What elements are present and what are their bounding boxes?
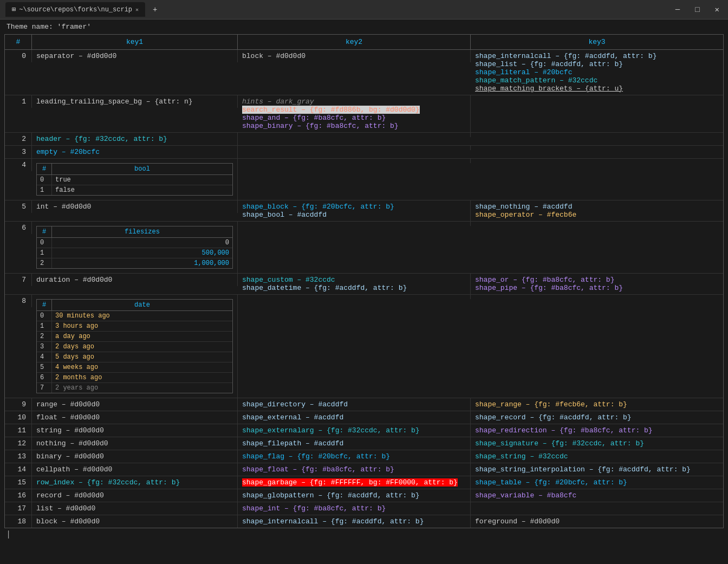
- file-val-500k: 500,000: [52, 248, 232, 258]
- table-row: 15 row_index – {fg: #32ccdc, attr: b} sh…: [5, 476, 723, 489]
- maximize-button[interactable]: □: [692, 4, 703, 15]
- row-17-key2: shape_int – {fg: #ba8cfc, attr: b}: [238, 502, 471, 515]
- text: shape_pipe – {fg: #ba8cfc, attr: b}: [475, 284, 623, 292]
- text: shape_operator – #fecb6e: [475, 211, 576, 219]
- new-tab-button[interactable]: +: [150, 4, 160, 15]
- text: row_index – {fg: #32ccdc, attr: b}: [36, 478, 180, 487]
- table-row: 7 duration – #d0d0d0 shape_custom – #32c…: [5, 274, 723, 295]
- row-10-key3: shape_record – {fg: #acddfd, attr: b}: [471, 411, 723, 424]
- date-idx-1: 1: [37, 321, 52, 331]
- text: shape_string – #32ccdc: [475, 452, 568, 461]
- table-row: 9 range – #d0d0d0 shape_directory – #acd…: [5, 398, 723, 411]
- tab-close-button[interactable]: ✕: [135, 7, 139, 13]
- table-row: 6 # filesizes 0 0 1 500,000 2 1,000,000: [5, 222, 723, 274]
- bool-table: # bool 0 true 1 false: [36, 163, 233, 196]
- date-table-header: # date: [37, 300, 232, 311]
- row-3-key2: [238, 146, 471, 150]
- file-col-filesizes: filesizes: [52, 226, 232, 237]
- row-18-key2: shape_internalcall – {fg: #acddfd, attr:…: [238, 515, 471, 528]
- date-val-4: 5 days ago: [52, 352, 232, 362]
- date-row-3: 3 2 days ago: [37, 342, 232, 352]
- window-controls: ─ □ ✕: [672, 4, 723, 15]
- date-val-5: 4 weeks ago: [52, 362, 232, 372]
- date-idx-0: 0: [37, 311, 52, 321]
- row-1-key3: [471, 95, 723, 100]
- row-13-key3: shape_string – #32ccdc: [471, 450, 723, 463]
- text: shape_int – {fg: #ba8cfc, attr: b}: [242, 504, 386, 513]
- file-table-header: # filesizes: [37, 226, 232, 238]
- row-3-key1: empty – #20bcfc: [32, 146, 238, 158]
- row-num-13: 13: [5, 450, 32, 463]
- date-val-1: 3 hours ago: [52, 321, 232, 331]
- shape-garbage-text: shape_garbage – {fg: #FFFFFF, bg: #FF000…: [242, 478, 458, 487]
- close-button[interactable]: ✕: [712, 4, 723, 15]
- date-col-hash: #: [37, 300, 52, 310]
- minimize-button[interactable]: ─: [672, 4, 683, 15]
- hints-text: hints – dark_gray: [242, 98, 314, 106]
- date-row-6: 6 2 months ago: [37, 373, 232, 383]
- dates-table: # date 0 30 minutes ago 1 3 hours ago 2 …: [36, 299, 233, 393]
- table-row: 17 list – #d0d0d0 shape_int – {fg: #ba8c…: [5, 502, 723, 515]
- row-num-4: 4: [5, 159, 32, 171]
- row-5-key1: int – #d0d0d0: [32, 200, 238, 213]
- row-13-key1: binary – #d0d0d0: [32, 450, 238, 463]
- date-val-2: a day ago: [52, 332, 232, 341]
- titlebar: ⊞ ~\source\repos\forks\nu_scrip ✕ + ─ □ …: [0, 0, 728, 20]
- row-num-17: 17: [5, 502, 32, 515]
- row-14-key1: cellpath – #d0d0d0: [32, 463, 238, 476]
- date-idx-3: 3: [37, 342, 52, 352]
- table-row: 11 string – #d0d0d0 shape_externalarg – …: [5, 424, 723, 437]
- date-idx-4: 4: [37, 352, 52, 362]
- row-11-key1: string – #d0d0d0: [32, 424, 238, 437]
- row-14-key2: shape_float – {fg: #ba8cfc, attr: b}: [238, 463, 471, 476]
- row-17-key3: [471, 502, 723, 507]
- theme-name-line: Theme name: 'framer': [0, 20, 728, 34]
- text: shape_variable – #ba8cfc: [475, 491, 576, 500]
- file-col-hash: #: [37, 226, 52, 237]
- table-row: 14 cellpath – #d0d0d0 shape_float – {fg:…: [5, 463, 723, 476]
- row-18-key1: block – #d0d0d0: [32, 515, 238, 528]
- table-row: 1 leading_trailing_space_bg – {attr: n} …: [5, 95, 723, 133]
- file-val-0: 0: [52, 238, 232, 248]
- row-10-key2: shape_external – #acddfd: [238, 411, 471, 424]
- file-idx-0: 0: [37, 238, 52, 248]
- row-0-key3: shape_internalcall – {fg: #acddfd, attr:…: [471, 50, 723, 95]
- bool-val-true: true: [52, 175, 232, 185]
- row-num-6: 6: [5, 222, 32, 234]
- text: shape_string_interpolation – {fg: #acddf…: [475, 465, 691, 474]
- row-2-key2: [238, 133, 471, 137]
- bool-table-header: # bool: [37, 164, 232, 175]
- file-row-2: 2 1,000,000: [37, 258, 232, 268]
- row-10-key1: float – #d0d0d0: [32, 411, 238, 424]
- date-val-6: 2 months ago: [52, 373, 232, 383]
- text: shape_globpattern – {fg: #acddfd, attr: …: [242, 491, 420, 500]
- table-row: 12 nothing – #d0d0d0 shape_filepath – #a…: [5, 437, 723, 450]
- date-idx-5: 5: [37, 362, 52, 372]
- text: shape_bool – #acddfd: [242, 211, 327, 219]
- terminal-tab[interactable]: ⊞ ~\source\repos\forks\nu_scrip ✕: [5, 2, 145, 17]
- row-13-key2: shape_flag – {fg: #20bcfc, attr: b}: [238, 450, 471, 463]
- row-8-key2: [238, 295, 471, 299]
- row-9-key2: shape_directory – #acddfd: [238, 398, 471, 411]
- row-num-5: 5: [5, 200, 32, 213]
- row-4-key1: # bool 0 true 1 false: [32, 159, 238, 200]
- date-idx-7: 7: [37, 383, 52, 393]
- row-6-key2: [238, 222, 471, 226]
- row-15-key3: shape_table – {fg: #20bcfc, attr: b}: [471, 476, 723, 489]
- table-row: 10 float – #d0d0d0 shape_external – #acd…: [5, 411, 723, 424]
- col-header-key2: key2: [238, 35, 471, 49]
- main-table: # key1 key2 key3 0 separator – #d0d0d0 b…: [4, 34, 724, 528]
- row-11-key3: shape_redirection – {fg: #ba8cfc, attr: …: [471, 424, 723, 437]
- date-val-7: 2 years ago: [52, 383, 232, 393]
- row-6-key1: # filesizes 0 0 1 500,000 2 1,000,000: [32, 222, 238, 273]
- row-num-15: 15: [5, 476, 32, 489]
- date-row-5: 5 4 weeks ago: [37, 362, 232, 373]
- row-16-key1: record – #d0d0d0: [32, 489, 238, 502]
- text: shape_filepath – #acddfd: [242, 439, 343, 448]
- table-row: 8 # date 0 30 minutes ago 1 3 hours ago …: [5, 295, 723, 398]
- file-idx-1: 1: [37, 248, 52, 258]
- col-header-hash: #: [5, 35, 32, 49]
- date-row-1: 1 3 hours ago: [37, 321, 232, 332]
- text: shape_or – {fg: #ba8cfc, attr: b}: [475, 276, 614, 284]
- row-0-key2: block – #d0d0d0: [238, 50, 471, 62]
